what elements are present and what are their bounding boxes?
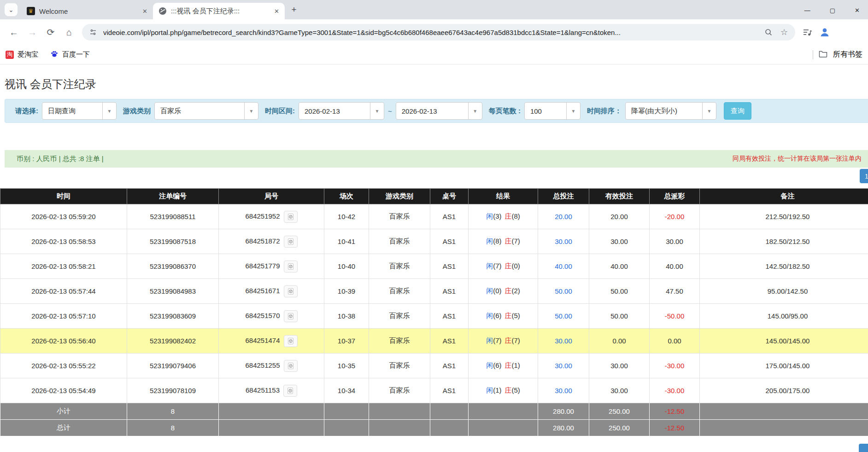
caret-down-icon: ▼ <box>370 103 384 119</box>
cell-table-no: AS1 <box>430 378 469 403</box>
bookmark-label: 爱淘宝 <box>18 50 38 59</box>
video-replay-button[interactable] <box>284 335 298 347</box>
video-replay-button[interactable] <box>284 236 298 248</box>
result-player-score: (1) <box>493 386 501 394</box>
footer-payout: -12.50 <box>650 403 700 420</box>
video-replay-button[interactable] <box>283 385 297 397</box>
cell-note: 142.50/182.50 <box>700 254 868 279</box>
home-icon: ⌂ <box>66 27 72 38</box>
game-type-select[interactable]: 百家乐 ▼ <box>154 102 258 120</box>
all-bookmarks[interactable]: 所有书签 <box>813 50 862 59</box>
video-replay-button[interactable] <box>284 310 298 322</box>
cell-total-bet: 30.00 <box>538 329 589 353</box>
cell-table-no: AS1 <box>430 279 469 304</box>
bookmark-aitaobao[interactable]: 淘 爱淘宝 <box>6 50 38 59</box>
bookmarks-bar: 淘 爱淘宝 百度一下 所有书签 <box>0 45 868 64</box>
valid-bet-notice: 同局有效投注，统一计算在该局第一张注单内 <box>733 155 862 163</box>
back-button[interactable]: ← <box>6 24 22 41</box>
header-game-type: 游戏类别 <box>369 189 430 204</box>
currency-summary: 币别 : 人民币 | 总共 :8 注单 | <box>17 155 104 163</box>
result-banker-score: (7) <box>512 237 520 245</box>
result-banker-label: 庄 <box>505 237 512 245</box>
date-to-select[interactable]: 2026-02-13 ▼ <box>396 102 482 120</box>
cell-session: 10-38 <box>324 304 369 329</box>
maximize-icon[interactable]: ▢ <box>830 7 835 14</box>
bookmark-baidu[interactable]: 百度一下 <box>50 50 90 59</box>
round-id-value: 684251779 <box>245 261 280 269</box>
query-button[interactable]: 查询 <box>724 102 751 120</box>
cell-session: 10-41 <box>324 229 369 254</box>
footer-total-bet: 280.00 <box>538 420 589 436</box>
new-tab-button[interactable]: + <box>287 3 300 16</box>
cell-valid-bet: 50.00 <box>589 279 650 304</box>
header-payout: 总派彩 <box>650 189 700 204</box>
cell-result: 闲(7)庄(0) <box>469 254 538 279</box>
bookmark-star-icon[interactable]: ☆ <box>779 27 790 37</box>
baidu-paw-icon <box>50 50 59 59</box>
cell-payout: -30.00 <box>650 378 700 403</box>
media-controls-icon[interactable] <box>802 28 813 36</box>
cell-empty <box>469 403 538 420</box>
profile-avatar-icon[interactable] <box>819 26 830 38</box>
tab-welcome[interactable]: ♛ Welcome ✕ <box>21 3 153 19</box>
result-player-label: 闲 <box>486 212 493 220</box>
minimize-icon[interactable]: — <box>804 7 810 14</box>
cell-total-bet: 50.00 <box>538 279 589 304</box>
query-type-select[interactable]: 日期查询 ▼ <box>42 102 117 120</box>
tab-bet-records[interactable]: :::视讯 会员下注纪录::: ✕ <box>153 3 285 19</box>
result-banker-score: (2) <box>512 287 520 295</box>
result-banker-label: 庄 <box>505 262 512 270</box>
cell-time: 2026-02-13 05:58:53 <box>0 229 127 254</box>
cell-valid-bet: 30.00 <box>589 353 650 378</box>
cell-round-id: 684251153 <box>219 378 324 403</box>
video-replay-button[interactable] <box>284 360 298 372</box>
result-banker-label: 庄 <box>505 212 512 220</box>
cell-bet-id: 523199083609 <box>127 304 219 329</box>
footer-count: 8 <box>127 420 219 436</box>
reload-button[interactable]: ⟳ <box>42 24 59 41</box>
header-session: 场次 <box>324 189 369 204</box>
tab-close-icon[interactable]: ✕ <box>272 7 281 16</box>
zoom-icon[interactable] <box>763 28 774 36</box>
video-replay-button[interactable] <box>284 261 298 272</box>
forward-button[interactable]: → <box>24 24 41 41</box>
page-title: 视讯 会员下注纪录 <box>5 76 868 92</box>
result-player-score: (8) <box>493 237 501 245</box>
cell-bet-id: 523199084983 <box>127 279 219 304</box>
cell-bet-id: 523199082402 <box>127 329 219 353</box>
cell-payout: 47.50 <box>650 279 700 304</box>
footer-label: 小计 <box>0 403 127 420</box>
pagination-bottom-button[interactable] <box>859 444 868 452</box>
url-text[interactable]: videoie.com/ipl/portal.php/game/betrecor… <box>103 29 758 36</box>
result-banker-label: 庄 <box>505 336 512 344</box>
result-banker-score: (5) <box>512 312 520 319</box>
close-window-icon[interactable]: ✕ <box>855 7 860 14</box>
cell-payout: -30.00 <box>650 353 700 378</box>
cell-total-bet: 40.00 <box>538 254 589 279</box>
folder-icon <box>819 50 827 59</box>
site-info-icon[interactable] <box>88 28 99 36</box>
back-icon: ← <box>9 27 18 38</box>
date-from-select[interactable]: 2026-02-13 ▼ <box>299 102 384 120</box>
video-replay-button[interactable] <box>284 285 298 297</box>
caret-down-icon: ▼ <box>468 103 482 119</box>
video-replay-button[interactable] <box>284 211 298 223</box>
cell-total-bet: 50.00 <box>538 304 589 329</box>
pagination-page-button[interactable]: 1 <box>860 169 868 183</box>
address-bar[interactable]: videoie.com/ipl/portal.php/game/betrecor… <box>82 24 795 41</box>
cell-bet-id: 523199088511 <box>127 204 219 229</box>
tab-search-button[interactable]: ⌄ <box>5 3 18 16</box>
tab-title: Welcome <box>39 7 136 15</box>
browser-toolbar: ← → ⟳ ⌂ videoie.com/ipl/portal.php/game/… <box>0 19 868 45</box>
bet-records-table: 时间 注单编号 局号 场次 游戏类别 桌号 结果 总投注 有效投注 总派彩 备注… <box>0 188 868 436</box>
sort-select[interactable]: 降幂(由大到小) ▼ <box>625 102 716 120</box>
result-player-score: (7) <box>493 336 501 344</box>
result-banker-score: (7) <box>512 336 520 344</box>
result-player-label: 闲 <box>486 361 493 369</box>
home-button[interactable]: ⌂ <box>61 24 77 41</box>
per-page-select[interactable]: 100 ▼ <box>524 102 581 120</box>
tab-close-icon[interactable]: ✕ <box>141 7 149 16</box>
cell-total-bet: 30.00 <box>538 353 589 378</box>
cell-valid-bet: 0.00 <box>589 329 650 353</box>
select-label: 请选择: <box>15 107 38 116</box>
